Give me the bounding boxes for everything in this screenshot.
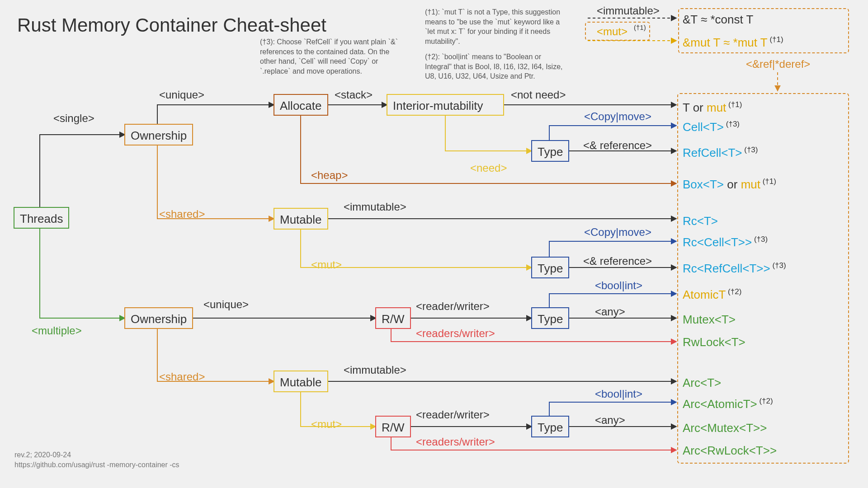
edge-1: [40, 229, 124, 318]
page-title: Rust Memory Container Cheat-sheet: [17, 14, 326, 36]
result-r_Box: Box<T> or mut (†1): [683, 177, 776, 192]
footnote-2: (†2): `bool|int` means to "Boolean or In…: [425, 52, 565, 81]
result-r_immut: &T ≈ *const T: [683, 13, 753, 27]
node-rw2: R/W: [375, 416, 411, 437]
node-own1: Ownership: [124, 124, 193, 145]
node-mut1: Mutable: [274, 208, 328, 230]
edge-label-any2: <any>: [595, 414, 625, 427]
edge-label-immutTop: <immutable>: [597, 5, 660, 17]
edge-label-readerw1: <reader/writer>: [416, 300, 490, 313]
result-r_T: T or mut (†1): [683, 100, 742, 115]
edge-label-unique1: <unique>: [159, 89, 204, 101]
edge-0: [40, 135, 124, 207]
result-r_ArcRwLock: Arc<RwLock<T>>: [683, 444, 777, 458]
edge-label-stack: <stack>: [335, 89, 373, 101]
result-r_Rc: Rc<T>: [683, 214, 718, 228]
source-url: https://github.com/usagi/rust -memory-co…: [14, 461, 179, 469]
edge-label-unique2: <unique>: [203, 298, 249, 311]
node-rw1: R/W: [375, 307, 411, 329]
result-r_RwLock: RwLock<T>: [683, 335, 745, 349]
edge-label-readersw2: <readers/writer>: [416, 436, 495, 448]
edge-label-copymove2: <Copy|move>: [584, 226, 651, 239]
result-r_ArcMutex: Arc<Mutex<T>>: [683, 421, 767, 435]
edge-label-mutTopDag: (†1): [634, 23, 646, 31]
node-alloc: Allocate: [274, 94, 328, 116]
node-type2: Type: [531, 257, 569, 278]
edge-label-shared2: <shared>: [159, 371, 205, 383]
node-intmut: Interior-mutability: [387, 94, 504, 116]
edge-label-notneed: <not need>: [511, 89, 566, 101]
edge-label-mutlbl1: <mut>: [311, 258, 342, 271]
node-type1: Type: [531, 140, 569, 162]
edge-label-readersw1: <readers/writer>: [416, 327, 495, 340]
edge-label-boolint2: <bool|int>: [595, 388, 642, 400]
edge-17: [549, 241, 676, 257]
footnote-3: (†3): Choose `RefCell` if you want plain…: [260, 37, 400, 76]
node-type3: Type: [531, 307, 569, 329]
node-threads: Threads: [14, 207, 69, 229]
result-r_RcRefCell: Rc<RefCell<T>> (†3): [683, 261, 786, 276]
edge-label-heap: <heap>: [311, 169, 348, 182]
edge-label-mutlbl2: <mut>: [311, 418, 342, 431]
result-r_Atomic: AtomicT (†2): [683, 287, 741, 302]
edge-15: [549, 126, 676, 140]
edge-label-multiple: <multiple>: [32, 324, 82, 337]
node-mut2: Mutable: [274, 371, 328, 392]
edge-2: [157, 105, 274, 124]
revision-text: rev.2; 2020-09-24: [14, 451, 71, 459]
result-r_Arc: Arc<T>: [683, 376, 721, 390]
result-r_ArcAtomic: Arc<AtomicT> (†2): [683, 397, 773, 411]
node-type4: Type: [531, 416, 569, 437]
edge-label-refderef: <&ref|*deref>: [746, 58, 810, 70]
edge-label-boolint1: <bool|int>: [595, 279, 642, 292]
edge-label-single: <single>: [53, 112, 94, 125]
edge-label-shared1: <shared>: [159, 208, 205, 221]
result-r_Cell: Cell<T> (†3): [683, 120, 740, 134]
edge-label-need: <need>: [470, 162, 507, 174]
node-own2: Ownership: [124, 307, 193, 329]
result-r_Mutex: Mutex<T>: [683, 313, 736, 327]
edge-label-immut1: <immutable>: [344, 201, 406, 213]
result-r_RcCell: Rc<Cell<T>> (†3): [683, 235, 768, 249]
edge-label-ref2: <& reference>: [583, 255, 652, 267]
edge-label-readerw2: <reader/writer>: [416, 408, 490, 421]
edge-label-immut2: <immutable>: [344, 364, 406, 376]
edge-label-ref1: <& reference>: [583, 139, 652, 152]
result-r_mut: &mut T ≈ *mut T (†1): [683, 35, 783, 50]
footnote-1: (†1): `mut T` is not a Type, this sugges…: [425, 7, 565, 46]
edge-14: [445, 116, 531, 151]
edge-label-copymove1: <Copy|move>: [584, 110, 651, 123]
result-r_RefCell: RefCell<T> (†3): [683, 145, 758, 160]
edge-label-any1: <any>: [595, 305, 625, 318]
edge-label-mutTop: <mut>: [597, 25, 627, 38]
